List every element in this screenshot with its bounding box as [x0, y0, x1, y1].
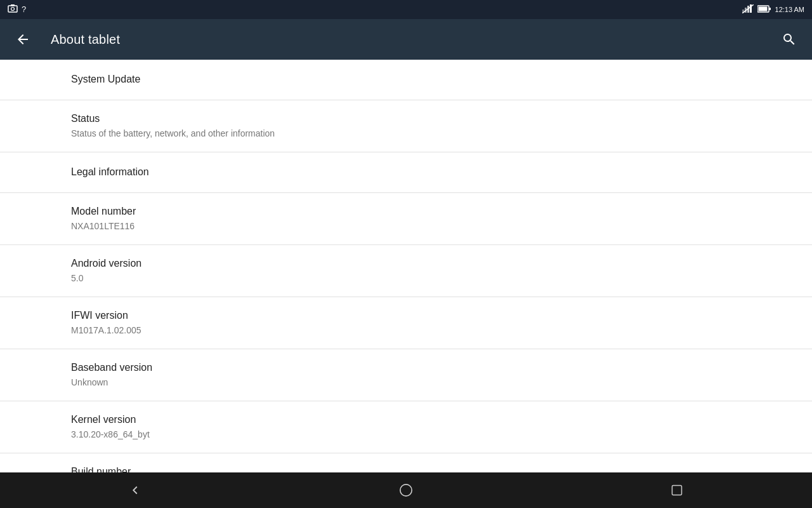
settings-item-title-legal-information: Legal information: [71, 165, 741, 179]
settings-item-title-model-number: Model number: [71, 204, 741, 218]
settings-item-kernel-version[interactable]: Kernel version3.10.20-x86_64_byt: [0, 401, 812, 453]
status-bar-left: ?: [8, 4, 32, 15]
content-area: System UpdateStatusStatus of the battery…: [0, 60, 812, 472]
svg-point-1: [11, 8, 15, 11]
settings-item-subtitle-model-number: NXA101LTE116: [71, 220, 741, 233]
page-title: About tablet: [51, 32, 120, 47]
wifi-question-icon: ?: [22, 4, 32, 15]
svg-text:?: ?: [22, 4, 26, 13]
settings-item-model-number[interactable]: Model numberNXA101LTE116: [0, 193, 812, 245]
settings-item-ifwi-version[interactable]: IFWI versionM1017A.1.02.005: [0, 297, 812, 349]
nav-recents-button[interactable]: [658, 478, 696, 503]
settings-item-subtitle-android-version: 5.0: [71, 272, 741, 285]
settings-item-title-status: Status: [71, 112, 741, 126]
nav-home-button[interactable]: [387, 478, 425, 503]
settings-item-title-build-number: Build number: [71, 465, 741, 472]
settings-item-subtitle-ifwi-version: M1017A.1.02.005: [71, 324, 741, 337]
back-button[interactable]: [10, 27, 36, 52]
nav-back-button[interactable]: [116, 478, 154, 503]
svg-rect-0: [8, 6, 17, 12]
battery-icon: [757, 5, 771, 15]
app-bar-left: About tablet: [10, 27, 120, 52]
svg-rect-2: [11, 4, 15, 6]
settings-item-status[interactable]: StatusStatus of the battery, network, an…: [0, 100, 812, 152]
time-display: 12:13 AM: [775, 6, 804, 13]
settings-item-baseband-version[interactable]: Baseband versionUnknown: [0, 349, 812, 401]
nav-bar: [0, 472, 812, 508]
status-bar: ? 12:13 AM: [0, 0, 812, 19]
settings-item-title-baseband-version: Baseband version: [71, 361, 741, 375]
svg-rect-10: [758, 6, 767, 11]
app-bar: About tablet: [0, 19, 812, 60]
signal-icon: [742, 4, 754, 15]
svg-rect-13: [672, 486, 681, 495]
settings-item-title-android-version: Android version: [71, 257, 741, 271]
settings-item-subtitle-baseband-version: Unknown: [71, 377, 741, 389]
settings-item-title-ifwi-version: IFWI version: [71, 309, 741, 323]
settings-item-subtitle-status: Status of the battery, network, and othe…: [71, 128, 741, 140]
screenshot-icon: [8, 4, 18, 15]
settings-item-title-system-update: System Update: [71, 72, 741, 86]
settings-item-legal-information[interactable]: Legal information: [0, 152, 812, 193]
settings-item-android-version[interactable]: Android version5.0: [0, 245, 812, 297]
status-bar-right: 12:13 AM: [742, 4, 804, 15]
settings-item-build-number[interactable]: Build numberV1.0.7: [0, 453, 812, 472]
svg-point-12: [400, 485, 412, 496]
settings-item-subtitle-kernel-version: 3.10.20-x86_64_byt: [71, 429, 741, 441]
settings-item-title-kernel-version: Kernel version: [71, 413, 741, 427]
search-button[interactable]: [776, 27, 802, 52]
settings-item-system-update[interactable]: System Update: [0, 60, 812, 100]
svg-rect-11: [769, 8, 771, 10]
